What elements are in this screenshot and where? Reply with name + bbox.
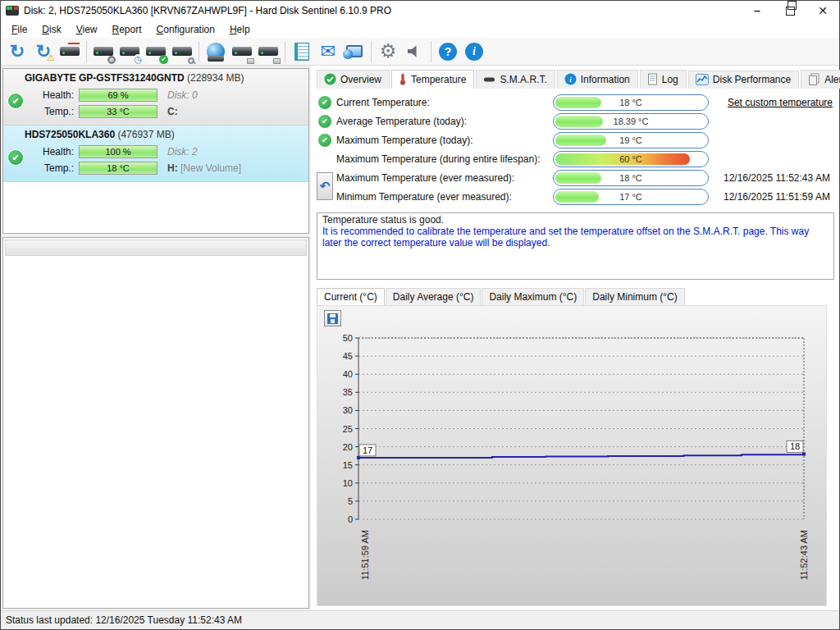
toolbar-separator	[371, 41, 372, 62]
temp-value-bar: 18 °C	[553, 170, 709, 186]
mail-icon[interactable]	[315, 39, 341, 64]
svg-text:15: 15	[343, 460, 353, 470]
temp-value-bar: 17 °C	[553, 189, 709, 205]
chart-tab-daily-average[interactable]: Daily Average (°C)	[386, 288, 482, 305]
health-label: Health:	[31, 89, 74, 101]
temp-bar: 18 °C	[79, 162, 158, 175]
disk-ok-icon	[8, 150, 23, 165]
temp-date: 12/16/2025 11:51:59 AM	[724, 191, 830, 203]
tab-temperature[interactable]: Temperature	[391, 70, 474, 89]
menu-configuration[interactable]: Configuration	[149, 22, 222, 37]
disk-model: GIGABYTE GP-GSTFS31240GNTD	[25, 72, 185, 84]
chart-tab-daily-maximum[interactable]: Daily Maximum (°C)	[482, 288, 584, 305]
page-icon	[647, 73, 658, 85]
disk-size: (476937 MB)	[117, 129, 174, 140]
svg-text:20: 20	[343, 442, 353, 452]
drive-clock-icon[interactable]	[116, 39, 143, 64]
temp-row-label: Current Temperature:	[336, 97, 430, 108]
info-icon[interactable]	[461, 39, 487, 64]
tab-information[interactable]: i Information	[557, 70, 638, 89]
check-circle-icon	[324, 73, 336, 85]
thermometer-icon	[399, 73, 407, 85]
drive-remove-icon[interactable]	[229, 39, 255, 64]
volume-info: C:	[167, 106, 178, 117]
tab-alerts[interactable]: Alerts	[801, 70, 840, 89]
temp-row-average: Average Temperature (today): 18.39 °C	[317, 112, 834, 131]
volume-name: [New Volume]	[180, 162, 241, 174]
disk-name: GIGABYTE GP-GSTFS31240GNTD (228934 MB)	[3, 69, 308, 86]
temp-bar-value: 18 °C	[554, 173, 708, 183]
drive-search-icon[interactable]	[169, 39, 195, 64]
health-row: Health: 69 % Disk: 0	[31, 88, 308, 103]
disk-number: Disk: 0	[167, 89, 198, 101]
minimize-button[interactable]	[741, 1, 774, 21]
app-logo-icon	[6, 6, 19, 16]
drive-test-icon[interactable]	[143, 39, 169, 64]
temp-row-label: Maximum Temperature (ever measured):	[336, 172, 514, 184]
status-ok-icon	[318, 96, 331, 109]
tab-label: Information	[581, 74, 630, 85]
tab-overview[interactable]: Overview	[317, 70, 390, 89]
drive-insert-icon[interactable]	[255, 39, 281, 64]
menu-view[interactable]: View	[69, 22, 105, 37]
temp-value-bar: 19 °C	[553, 132, 709, 148]
disk-number: Disk: 2	[167, 146, 198, 158]
temp-date: 12/16/2025 11:52:43 AM	[724, 172, 830, 184]
svg-text:0: 0	[348, 514, 353, 524]
tab-label: Disk Performance	[713, 74, 791, 85]
temp-row-current: Current Temperature: 18 °C	[317, 94, 834, 112]
note-status-line: Temperature status is good.	[322, 215, 829, 226]
tab-smart[interactable]: S.M.A.R.T.	[476, 70, 555, 89]
tab-label: Temperature	[411, 74, 466, 85]
disk-item-1-selected[interactable]: HDS725050KLA360 (476937 MB) Health: 100 …	[3, 126, 308, 182]
tab-label: S.M.A.R.T.	[500, 74, 546, 85]
temperature-section: Set custom temperature Current Temperatu…	[317, 94, 834, 207]
chart-tab-current[interactable]: Current (°C)	[317, 288, 385, 305]
reset-min-max-button[interactable]	[317, 172, 333, 200]
info-circle-icon: i	[564, 73, 577, 85]
menu-report[interactable]: Report	[105, 22, 149, 37]
svg-text:35: 35	[343, 387, 353, 397]
drive-acoustic-icon[interactable]	[90, 39, 116, 64]
menu-bar: File Disk View Report Configuration Help	[1, 21, 839, 38]
network-icon[interactable]	[341, 39, 368, 64]
temperature-note: Temperature status is good. It is recomm…	[317, 212, 834, 280]
save-chart-button[interactable]	[324, 310, 341, 326]
svg-text:11:51:59 AM: 11:51:59 AM	[360, 530, 370, 580]
close-button[interactable]	[806, 1, 839, 21]
disk-item-0[interactable]: GIGABYTE GP-GSTFS31240GNTD (228934 MB) H…	[3, 69, 308, 126]
network-drive-icon[interactable]	[203, 39, 229, 64]
restore-button[interactable]	[774, 1, 806, 21]
menu-disk[interactable]: Disk	[34, 22, 68, 37]
temp-row-label: Average Temperature (today):	[336, 116, 467, 127]
svg-text:11:52:43 AM: 11:52:43 AM	[799, 530, 809, 580]
svg-text:45: 45	[343, 351, 353, 361]
refresh-icon[interactable]	[4, 39, 30, 64]
refresh-warning-icon[interactable]	[30, 39, 57, 64]
title-bar: Disk: 2, HDS725050KLA360 [KRVN67ZAHWPL9F…	[1, 1, 839, 21]
disk-ok-icon	[8, 94, 23, 108]
pages-icon	[808, 73, 820, 85]
temp-row-max-lifespan: Maximum Temperature (during entire lifes…	[317, 150, 834, 169]
disk-list: GIGABYTE GP-GSTFS31240GNTD (228934 MB) H…	[2, 68, 309, 234]
temperature-line-chart: 05101520253035404550171811:51:59 AM11:52…	[317, 306, 828, 606]
sound-icon[interactable]	[401, 39, 427, 64]
temp-row-label: Maximum Temperature (during entire lifes…	[336, 153, 541, 165]
help-icon[interactable]	[435, 39, 461, 64]
tab-log[interactable]: Log	[640, 70, 687, 89]
settings-gear-icon[interactable]	[375, 39, 401, 64]
disk-model: HDS725050KLA360	[25, 129, 115, 140]
toolbar-separator	[199, 41, 199, 62]
health-bar: 69 %	[79, 89, 158, 102]
temp-value-bar: 18 °C	[553, 94, 709, 111]
tab-disk-performance[interactable]: Disk Performance	[688, 71, 799, 89]
disk-surface-icon[interactable]	[57, 39, 83, 64]
menu-help[interactable]: Help	[222, 22, 258, 37]
temp-label: Temp.:	[31, 162, 74, 174]
chart-tab-daily-minimum[interactable]: Daily Minimum (°C)	[585, 288, 684, 305]
app-window: Disk: 2, HDS725050KLA360 [KRVN67ZAHWPL9F…	[0, 0, 840, 630]
report-icon[interactable]	[289, 39, 315, 64]
menu-file[interactable]: File	[4, 22, 34, 37]
volume-letter: C:	[167, 106, 178, 117]
temp-value-bar: 60 °C	[553, 151, 709, 167]
